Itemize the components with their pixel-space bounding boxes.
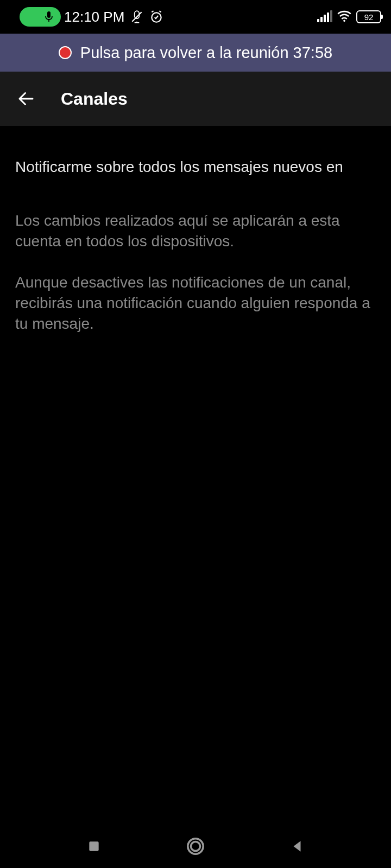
cellular-signal-icon — [317, 11, 332, 22]
svg-line-4 — [152, 11, 154, 12]
status-left: 12:10 PM — [20, 7, 163, 27]
page-title: Canales — [61, 89, 128, 109]
status-bar: 12:10 PM — [0, 0, 391, 34]
svg-point-6 — [343, 20, 345, 22]
microphone-active-pill[interactable] — [20, 7, 61, 27]
alarm-icon — [149, 10, 163, 24]
wifi-icon — [337, 10, 352, 24]
microphone-icon — [42, 10, 55, 23]
description-text: Los cambios realizados aquí se aplicarán… — [15, 210, 376, 334]
status-right: 92 — [317, 10, 381, 24]
battery-indicator: 92 — [356, 10, 381, 23]
description-paragraph-2: Aunque desactives las notificaciones de … — [15, 272, 376, 334]
mute-icon — [130, 10, 144, 24]
back-arrow-icon — [16, 89, 36, 108]
back-button[interactable] — [15, 88, 37, 110]
battery-level: 92 — [364, 12, 374, 22]
section-heading: Notificarme sobre todos los mensajes nue… — [15, 157, 376, 177]
nav-recents-button[interactable] — [78, 830, 110, 863]
app-header: Canales — [0, 72, 391, 126]
svg-rect-0 — [47, 11, 51, 18]
square-icon — [87, 839, 101, 853]
meeting-banner-text: Pulsa para volver a la reunión 37:58 — [80, 44, 332, 62]
circle-icon — [186, 837, 205, 856]
svg-rect-7 — [90, 841, 99, 851]
meeting-return-banner[interactable]: Pulsa para volver a la reunión 37:58 — [0, 34, 391, 72]
svg-line-5 — [160, 11, 161, 12]
svg-point-9 — [191, 842, 200, 851]
system-nav-bar — [0, 825, 391, 868]
triangle-back-icon — [290, 839, 304, 853]
recording-dot-icon — [59, 46, 72, 59]
status-time: 12:10 PM — [64, 9, 124, 25]
nav-back-button[interactable] — [281, 830, 313, 863]
content-area: Notificarme sobre todos los mensajes nue… — [0, 126, 391, 334]
description-paragraph-1: Los cambios realizados aquí se aplicarán… — [15, 210, 376, 252]
nav-home-button[interactable] — [179, 830, 212, 863]
svg-line-2 — [133, 12, 142, 21]
